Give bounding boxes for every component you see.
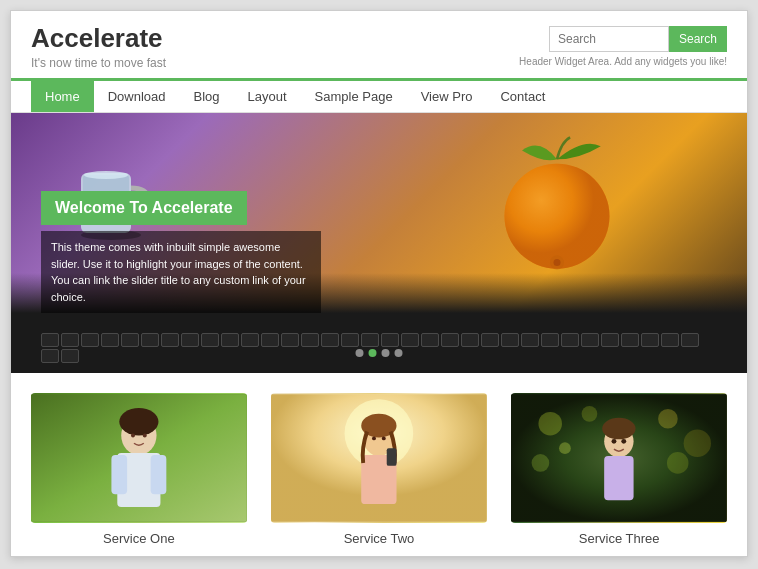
site-branding: Accelerate It's now time to move fast: [31, 23, 166, 70]
nav-link-layout[interactable]: Layout: [234, 81, 301, 112]
keyboard-key: [61, 349, 79, 363]
nav-link-contact[interactable]: Contact: [486, 81, 559, 112]
nav-link-download[interactable]: Download: [94, 81, 180, 112]
hero-canvas: Welcome To Accelerate This theme comes w…: [11, 113, 747, 373]
keyboard-key: [81, 333, 99, 347]
keyboard-key: [221, 333, 239, 347]
svg-rect-23: [387, 448, 397, 466]
header-widget-text: Header Widget Area. Add any widgets you …: [519, 56, 727, 67]
keyboard-key: [601, 333, 619, 347]
nav-list: Home Download Blog Layout Sample Page Vi…: [31, 81, 727, 112]
slider-dots: [356, 349, 403, 357]
nav-item-download[interactable]: Download: [94, 81, 180, 112]
keyboard-key: [441, 333, 459, 347]
svg-rect-13: [151, 455, 167, 494]
nav-link-view-pro[interactable]: View Pro: [407, 81, 487, 112]
site-header: Accelerate It's now time to move fast Se…: [11, 11, 747, 81]
keyboard-key: [121, 333, 139, 347]
slider-dot-3[interactable]: [382, 349, 390, 357]
slide-overlay: Welcome To Accelerate This theme comes w…: [41, 191, 321, 313]
keyboard-key: [61, 333, 79, 347]
nav-item-home[interactable]: Home: [31, 81, 94, 112]
keyboard-key: [41, 333, 59, 347]
service-label-2: Service Two: [271, 531, 487, 546]
slider-dot-1[interactable]: [356, 349, 364, 357]
keyboard-key: [481, 333, 499, 347]
header-right: Search Header Widget Area. Add any widge…: [519, 26, 727, 67]
nav-item-contact[interactable]: Contact: [486, 81, 559, 112]
service-image-3: [511, 393, 727, 523]
svg-point-30: [658, 409, 678, 429]
service-item-2: Service Two: [271, 393, 487, 546]
service-2-svg: [271, 393, 487, 523]
svg-point-14: [119, 408, 158, 435]
keyboard-key: [201, 333, 219, 347]
nav-item-sample-page[interactable]: Sample Page: [301, 81, 407, 112]
keyboard-key: [621, 333, 639, 347]
search-button[interactable]: Search: [669, 26, 727, 52]
nav-link-blog[interactable]: Blog: [180, 81, 234, 112]
hero-slider: Welcome To Accelerate This theme comes w…: [11, 113, 747, 373]
search-form: Search: [549, 26, 727, 52]
keyboard-key: [401, 333, 419, 347]
svg-point-25: [382, 436, 386, 440]
nav-link-home[interactable]: Home: [31, 81, 94, 112]
keyboard-key: [281, 333, 299, 347]
keyboard-key: [681, 333, 699, 347]
slide-title: Welcome To Accelerate: [41, 191, 247, 225]
nav-link-sample-page[interactable]: Sample Page: [301, 81, 407, 112]
keyboard-key: [361, 333, 379, 347]
nav-item-layout[interactable]: Layout: [234, 81, 301, 112]
service-img-bg-1: [31, 393, 247, 523]
keyboard-key: [541, 333, 559, 347]
service-img-bg-2: [271, 393, 487, 523]
slider-dot-4[interactable]: [395, 349, 403, 357]
svg-point-16: [143, 433, 147, 437]
service-label-1: Service One: [31, 531, 247, 546]
svg-point-24: [372, 436, 376, 440]
page-wrapper: Accelerate It's now time to move fast Se…: [10, 10, 748, 557]
keyboard-key: [521, 333, 539, 347]
service-item-3: Service Three: [511, 393, 727, 546]
keyboard-key: [301, 333, 319, 347]
service-img-bg-3: [511, 393, 727, 523]
keyboard-key: [181, 333, 199, 347]
keyboard-key: [581, 333, 599, 347]
nav-item-blog[interactable]: Blog: [180, 81, 234, 112]
svg-point-29: [582, 406, 598, 422]
keyboard-key: [461, 333, 479, 347]
site-tagline: It's now time to move fast: [31, 56, 166, 70]
svg-rect-36: [604, 456, 633, 500]
svg-point-5: [505, 164, 610, 269]
orange-fruit-icon: [487, 133, 627, 273]
nav-item-view-pro[interactable]: View Pro: [407, 81, 487, 112]
svg-rect-12: [111, 455, 127, 494]
svg-point-34: [667, 452, 689, 474]
keyboard-key: [381, 333, 399, 347]
slide-description: This theme comes with inbuilt simple awe…: [41, 231, 321, 313]
svg-point-33: [559, 442, 571, 454]
keyboard-key: [561, 333, 579, 347]
service-item-1: Service One: [31, 393, 247, 546]
svg-point-31: [684, 430, 711, 457]
service-1-svg: [31, 393, 247, 523]
svg-point-3: [84, 171, 128, 179]
keyboard-key: [421, 333, 439, 347]
service-image-1: [31, 393, 247, 523]
svg-point-38: [612, 439, 617, 444]
keyboard-key: [341, 333, 359, 347]
keyboard-key: [261, 333, 279, 347]
keyboard-key: [661, 333, 679, 347]
svg-point-28: [539, 412, 563, 436]
svg-point-37: [602, 418, 635, 440]
services-section: Service One: [11, 373, 747, 556]
svg-point-32: [532, 454, 550, 472]
service-image-2: [271, 393, 487, 523]
search-input[interactable]: [549, 26, 669, 52]
svg-point-7: [554, 259, 561, 266]
service-3-svg: [511, 393, 727, 523]
keyboard-key: [641, 333, 659, 347]
slider-dot-2[interactable]: [369, 349, 377, 357]
keyboard-key: [41, 349, 59, 363]
svg-point-15: [131, 433, 135, 437]
